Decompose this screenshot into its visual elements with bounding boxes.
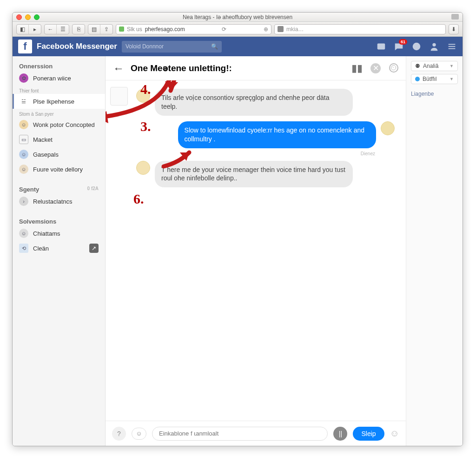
chat-header-actions: ▮▮ ✕ ⏲ bbox=[352, 63, 398, 73]
message-input[interactable] bbox=[152, 427, 328, 441]
downloads-icon[interactable]: ⬇ bbox=[449, 24, 459, 34]
sidebar-section-5: Solvemsions bbox=[13, 215, 105, 226]
settings-menu-icon[interactable] bbox=[447, 41, 457, 52]
annotation-3: 3. bbox=[140, 119, 151, 134]
right-pill-label: Bütffıl bbox=[423, 76, 436, 82]
friends-icon[interactable] bbox=[429, 41, 439, 52]
sidebar-item-macket[interactable]: ▭ Macket bbox=[13, 132, 105, 147]
browser-search-input[interactable]: mkia… bbox=[274, 24, 446, 34]
sidebar-item-label: Plse Ikpehense bbox=[33, 98, 74, 105]
right-link-1[interactable]: Liagenbe bbox=[411, 91, 458, 97]
message-bubble: Slow to lomewfinload cyoele:rr hes age o… bbox=[178, 121, 376, 148]
sidebar: Onnerssion ✿ Poneran wiice Thier font ☱ … bbox=[13, 56, 106, 446]
forward-button[interactable]: ☰ bbox=[57, 25, 69, 34]
sidebar-section-badge: 0 f2A bbox=[87, 186, 99, 191]
bookmark-group-1: ⎘ bbox=[72, 24, 85, 34]
chat-header: ← One Meətene unletting!: ▮▮ ✕ ⏲ bbox=[106, 56, 406, 80]
emoji-icon[interactable]: ☺ bbox=[390, 428, 399, 439]
sidebar-item-wonk[interactable]: ☺ Wonk potor Concopted bbox=[13, 117, 105, 132]
address-bar[interactable]: Slk us pherfesago.com ⟳ ⊕ bbox=[116, 24, 271, 34]
sidebar-item-label: Poneran wiice bbox=[33, 75, 71, 82]
nav-group: ← ☰ bbox=[44, 24, 69, 34]
share-icon[interactable]: ⇪ bbox=[100, 25, 112, 34]
fb-logo-icon[interactable]: f bbox=[18, 40, 32, 53]
svg-point-1 bbox=[413, 43, 421, 51]
fb-search-placeholder: Voloid Donnnor bbox=[126, 43, 164, 50]
help-icon[interactable]: ? bbox=[112, 427, 126, 441]
sidebar-section-3: Stom à San pyer bbox=[13, 109, 105, 117]
svg-marker-7 bbox=[165, 81, 178, 91]
svg-rect-5 bbox=[449, 48, 456, 49]
notifications-icon[interactable] bbox=[411, 41, 422, 52]
topsites-icon[interactable]: ▤ bbox=[88, 25, 100, 34]
mac-titlebar: Nea lterags - Iə aheoffubory web blreven… bbox=[13, 13, 463, 22]
maximize-window-button[interactable] bbox=[34, 14, 40, 20]
right-pill-butffl[interactable]: Bütffıl ▼ bbox=[411, 74, 458, 84]
right-pill-label: Analiâ bbox=[423, 63, 438, 69]
url-host: pherfesago.com bbox=[145, 26, 185, 33]
svg-rect-0 bbox=[377, 44, 385, 50]
sync-icon: ⟲ bbox=[19, 244, 28, 253]
sidebar-item-relust[interactable]: › Relustaclatncs bbox=[13, 194, 105, 209]
sidebar-right-icon[interactable]: ▸ bbox=[29, 25, 41, 34]
avatar-icon: ☺ bbox=[19, 150, 28, 159]
sidebar-item-label: Relustaclatncs bbox=[33, 198, 73, 205]
sidebar-item-label: Cleän bbox=[33, 245, 49, 252]
search-engine-icon bbox=[278, 26, 284, 32]
fb-header-icons: 61 bbox=[376, 41, 457, 52]
clipboard-icon: ▭ bbox=[19, 135, 28, 144]
traffic-lights bbox=[16, 14, 40, 20]
sidebar-item-label: Gasepals bbox=[33, 151, 59, 158]
reader-icon[interactable]: ⊕ bbox=[264, 26, 268, 33]
message-outgoing-1: Slow to lomewfinload cyoele:rr hes age o… bbox=[178, 121, 395, 148]
sidebar-item-gasepals[interactable]: ☺ Gasepals bbox=[13, 147, 105, 162]
titlebar-tabs-button[interactable] bbox=[451, 14, 459, 20]
sidebar-item-label: Chiattams bbox=[33, 230, 60, 237]
chat-body[interactable]: 4. 3. 6. Tils arle voịce consontiov spre… bbox=[106, 80, 406, 421]
sidebar-item-chiattams[interactable]: ☺ Chiattams bbox=[13, 226, 105, 241]
circle-icon: › bbox=[19, 197, 28, 206]
chevron-down-icon: ▼ bbox=[450, 77, 454, 81]
sidebar-section-2: Thier font bbox=[13, 86, 105, 94]
chat-column: ← One Meətene unletting!: ▮▮ ✕ ⏲ bbox=[106, 56, 406, 446]
bookmark-group-2: ▤ ⇪ bbox=[88, 24, 113, 34]
fb-search-input[interactable]: Voloid Donnnor 🔍 bbox=[122, 41, 222, 53]
reload-icon[interactable]: ⟳ bbox=[222, 26, 226, 33]
messages-icon[interactable]: 61 bbox=[394, 41, 404, 52]
window-title: Nea lterags - Iə aheoffubory web blreven… bbox=[16, 14, 459, 20]
sidebar-item-label: Macket bbox=[33, 136, 53, 143]
attach-icon[interactable]: ☺ bbox=[132, 428, 146, 440]
folder-icon[interactable]: ▮▮ bbox=[352, 63, 362, 73]
browser-toolbar: ◧ ▸ ← ☰ ⎘ ▤ ⇪ Slk us pherfesago.com ⟳ ⊕ … bbox=[13, 22, 463, 37]
sidebar-item-label: Wonk potor Concopted bbox=[33, 121, 95, 128]
grid-icon[interactable] bbox=[376, 41, 386, 52]
history-icon[interactable]: ⏲ bbox=[389, 63, 398, 73]
sidebar-section-1: Onnerssion bbox=[13, 60, 105, 71]
back-arrow-icon[interactable]: ← bbox=[113, 62, 124, 75]
sidebar-item-selected[interactable]: ☱ Plse Ikpehense bbox=[13, 94, 105, 109]
bookmarks-icon[interactable]: ⎘ bbox=[73, 25, 85, 34]
sidebar-item-fuure[interactable]: ☺ Fuure voite dellory bbox=[13, 162, 105, 177]
send-button[interactable]: Sleip bbox=[353, 427, 384, 441]
app-window: Nea lterags - Iə aheoffubory web blreven… bbox=[12, 12, 463, 446]
status-dot-icon bbox=[415, 77, 420, 81]
back-button[interactable]: ← bbox=[45, 25, 57, 34]
person-icon: ☺ bbox=[19, 229, 28, 238]
messages-badge: 61 bbox=[399, 39, 407, 45]
sidebar-left-icon[interactable]: ◧ bbox=[17, 25, 29, 34]
sidebar-item-action-icon[interactable]: ↗ bbox=[89, 244, 99, 253]
chat-composer: ? ☺ || Sleip ☺ bbox=[106, 421, 406, 446]
fb-app-title: Facebook Messenger bbox=[37, 42, 117, 51]
minimize-window-button[interactable] bbox=[25, 14, 31, 20]
sidebar-item-clean[interactable]: ⟲ Cleän ↗ bbox=[13, 241, 105, 256]
mute-icon[interactable]: ✕ bbox=[370, 63, 381, 73]
annotation-4: 4. bbox=[140, 81, 151, 97]
voice-icon[interactable]: || bbox=[333, 427, 347, 441]
sidebar-item-poneran[interactable]: ✿ Poneran wiice bbox=[13, 71, 105, 86]
sidebar-section-label: Sgenty bbox=[19, 186, 39, 193]
avatar-icon: ✿ bbox=[19, 73, 28, 83]
sidebar-section-4: Sgenty 0 f2A bbox=[13, 183, 105, 194]
close-window-button[interactable] bbox=[16, 14, 22, 20]
right-pill-analia[interactable]: ⚉ Analiâ ▼ bbox=[411, 61, 458, 71]
avatar-icon: ☺ bbox=[19, 120, 28, 129]
